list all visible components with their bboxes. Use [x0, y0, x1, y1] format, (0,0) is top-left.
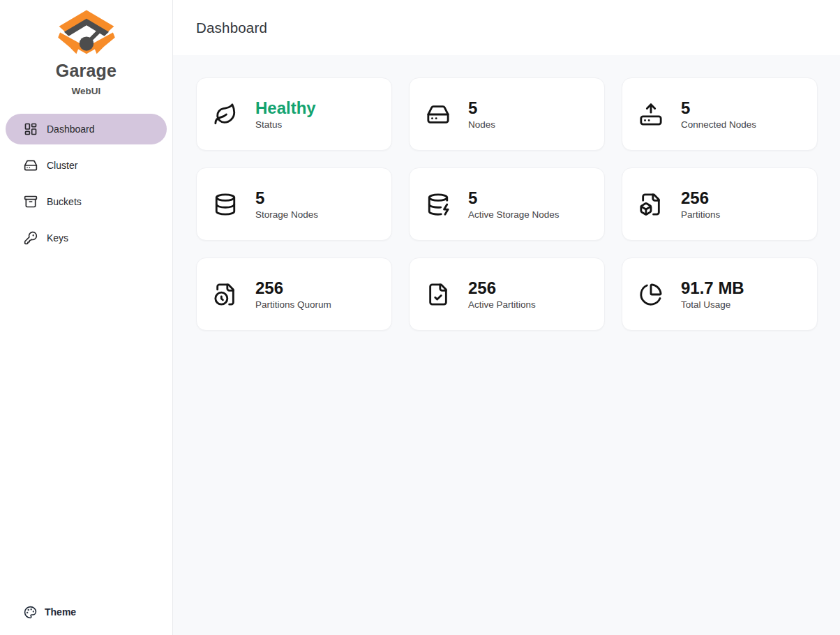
hard-drive-upload-icon: [639, 103, 663, 126]
stat-label: Status: [255, 119, 316, 130]
stat-value: 256: [255, 278, 331, 298]
stat-label: Nodes: [468, 119, 495, 130]
stat-value: 5: [468, 188, 560, 208]
stat-label: Partitions Quorum: [255, 299, 331, 310]
stat-value: 5: [468, 98, 495, 118]
stat-card-connected-nodes: 5 Connected Nodes: [622, 77, 818, 151]
stat-value: Healthy: [255, 98, 316, 118]
page-title: Dashboard: [196, 20, 267, 36]
stat-label: Connected Nodes: [681, 119, 756, 130]
app-window: Garage WebUI Dashboard Cluster: [0, 0, 840, 635]
key-icon: [24, 231, 38, 245]
stat-card-active-partitions: 256 Active Partitions: [409, 257, 605, 331]
stat-label: Storage Nodes: [255, 209, 318, 220]
file-check-icon: [426, 283, 450, 306]
sidebar-item-dashboard[interactable]: Dashboard: [6, 114, 167, 144]
stat-card-partitions: 256 Partitions: [622, 167, 818, 241]
sidebar-item-cluster[interactable]: Cluster: [6, 150, 167, 181]
sidebar-item-label: Cluster: [47, 160, 77, 171]
stat-card-status: Healthy Status: [196, 77, 392, 151]
stat-label: Partitions: [681, 209, 720, 220]
theme-button[interactable]: Theme: [0, 599, 172, 635]
hard-drive-icon: [426, 103, 450, 126]
logo-block: Garage WebUI: [0, 0, 172, 96]
stat-card-storage-nodes: 5 Storage Nodes: [196, 167, 392, 241]
sidebar-item-label: Dashboard: [47, 124, 95, 135]
stat-card-partitions-quorum: 256 Partitions Quorum: [196, 257, 392, 331]
app-title: Garage: [56, 61, 117, 81]
stat-value: 5: [681, 98, 756, 118]
file-clock-icon: [213, 283, 237, 306]
stat-card-active-storage-nodes: 5 Active Storage Nodes: [409, 167, 605, 241]
stat-card-nodes: 5 Nodes: [409, 77, 605, 151]
sidebar-item-label: Keys: [47, 232, 68, 244]
pie-chart-icon: [639, 283, 663, 306]
stat-value: 91.7 MB: [681, 278, 744, 298]
database-zap-icon: [426, 193, 450, 216]
database-icon: [213, 193, 237, 216]
hard-drive-icon: [24, 158, 38, 172]
app-subtitle: WebUI: [72, 86, 101, 96]
sidebar-nav: Dashboard Cluster Buckets: [0, 114, 172, 253]
garage-logo-icon: [54, 9, 119, 58]
stat-value: 256: [468, 278, 536, 298]
dashboard-content: Healthy Status 5 Nodes: [173, 55, 840, 331]
archive-icon: [24, 195, 38, 209]
stat-value: 256: [681, 188, 720, 208]
sidebar-item-keys[interactable]: Keys: [6, 223, 167, 253]
theme-label: Theme: [45, 606, 76, 618]
main-area: Dashboard Healthy Status: [173, 0, 840, 635]
leaf-icon: [213, 103, 237, 126]
stat-value: 5: [255, 188, 318, 208]
topbar: Dashboard: [173, 0, 840, 55]
sidebar: Garage WebUI Dashboard Cluster: [0, 0, 173, 635]
sidebar-spacer: [0, 253, 172, 599]
stat-label: Active Partitions: [468, 299, 536, 310]
sidebar-item-label: Buckets: [47, 196, 82, 207]
stat-label: Active Storage Nodes: [468, 209, 560, 220]
file-box-icon: [639, 193, 663, 216]
layout-dashboard-icon: [24, 122, 38, 136]
stat-card-total-usage: 91.7 MB Total Usage: [622, 257, 818, 331]
palette-icon: [24, 606, 37, 619]
stats-grid: Healthy Status 5 Nodes: [196, 77, 818, 331]
sidebar-item-buckets[interactable]: Buckets: [6, 186, 167, 217]
stat-label: Total Usage: [681, 299, 744, 310]
